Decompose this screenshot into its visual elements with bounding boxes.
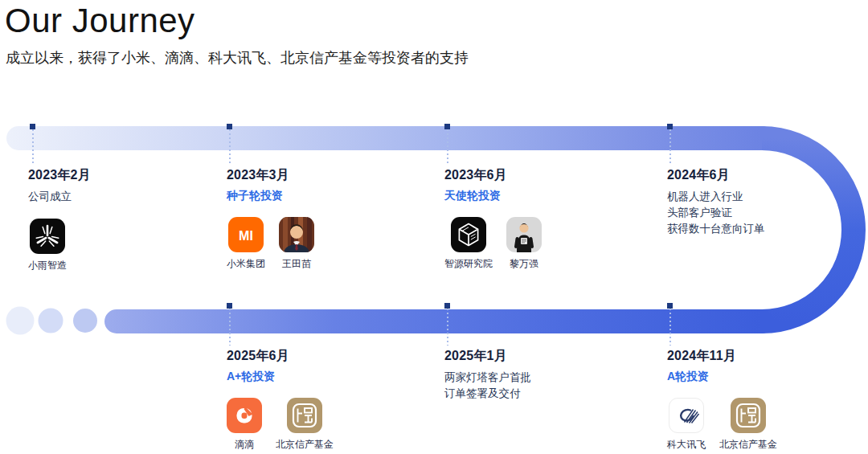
milestone-logos: MI 小米集团 [227,217,314,271]
investor-label: 科大讯飞 [667,438,706,452]
node-dotted-line [447,129,448,163]
investor-label: 滴滴 [235,438,254,452]
milestone-2023-02: 2023年2月 公司成立 [28,167,91,272]
investor-item: 小雨智造 [28,219,67,272]
investor-label: 北京信产基金 [719,438,777,452]
milestone-date: 2025年1月 [444,348,531,365]
timeline-node [227,124,232,163]
description-line: 两家灯塔客户首批 [444,370,531,386]
investor-item: 北京信产基金 [719,398,777,452]
investor-item: MI 小米集团 [227,217,265,271]
milestone-description: 机器人进入行业 头部客户验证 获得数十台意向订单 [667,189,765,237]
funding-round-label: A+轮投资 [227,370,334,384]
investor-label: 小米集团 [227,257,265,271]
milestone-2024-11: 2024年11月 A轮投资 科大讯飞 [667,348,777,452]
node-marker [227,124,232,129]
node-dotted-line [32,129,34,163]
timeline-node [667,303,673,346]
node-dotted-line [447,309,448,346]
investor-item: 科大讯飞 [667,398,706,452]
didi-logo [227,398,262,433]
investor-label: 小雨智造 [28,259,67,272]
investor-item: 王田苗 [279,217,314,271]
node-dotted-line [229,129,231,163]
investor-label: 王田苗 [282,257,311,271]
bjxc-fund-logo [287,398,322,433]
timeline-node [444,303,450,346]
investor-item: 滴滴 [227,398,262,452]
milestone-date: 2023年6月 [444,167,542,184]
funding-round-label: 天使轮投资 [444,189,542,203]
investor-label: 智源研究院 [444,257,493,271]
milestone-logos: 智源研究院 黎万强 [444,217,542,271]
node-dotted-line [229,309,231,346]
funding-round-label: 种子轮投资 [227,189,314,203]
investor-label: 黎万强 [510,257,538,271]
milestone-date: 2023年2月 [28,167,91,184]
li-wanqiang-avatar [506,217,542,252]
description-line: 获得数十台意向订单 [667,221,765,237]
milestone-2025-06: 2025年6月 A+轮投资 滴滴 [227,348,334,452]
bjxc-fund-logo [731,398,766,433]
funding-round-label: A轮投资 [667,370,777,384]
milestone-logos: 小雨智造 [28,219,91,272]
description-line: 头部客户验证 [667,205,765,221]
xiaoyu-logo [30,219,65,254]
fading-dots [6,307,98,335]
node-marker [444,124,450,129]
description-line: 机器人进入行业 [667,189,765,205]
milestone-2025-01: 2025年1月 两家灯塔客户首批 订单签署及交付 [444,348,531,402]
node-marker [227,303,232,309]
milestone-logos: 滴滴 北京信产基金 [227,398,334,452]
node-marker [444,303,450,309]
node-dotted-line [669,129,671,163]
milestone-2024-06: 2024年6月 机器人进入行业 头部客户验证 获得数十台意向订单 [667,167,765,237]
node-dotted-line [669,309,671,346]
milestone-description: 两家灯塔客户首批 订单签署及交付 [444,370,531,402]
milestone-2023-03: 2023年3月 种子轮投资 MI 小米集团 [227,167,314,271]
investor-item: 智源研究院 [444,217,493,271]
milestone-date: 2023年3月 [227,167,314,184]
milestone-logos: 科大讯飞 北京信产基金 [667,398,777,452]
investor-label: 北京信产基金 [276,438,334,452]
milestone-date: 2024年6月 [667,167,765,184]
zhiyuan-logo [451,217,486,252]
node-marker [30,124,35,129]
timeline-node [667,124,673,163]
milestone-date: 2025年6月 [227,348,334,365]
milestone-2023-06: 2023年6月 天使轮投资 智源研究院 [444,167,542,271]
timeline-node [444,124,450,163]
timeline-node [30,124,35,163]
timeline-node [227,303,232,346]
iflytek-logo [669,398,704,433]
investor-item: 黎万强 [506,217,542,271]
description-line: 订单签署及交付 [444,386,531,402]
node-marker [667,124,673,129]
node-marker [667,303,673,309]
investor-item: 北京信产基金 [276,398,334,452]
milestone-date: 2024年11月 [667,348,777,365]
wang-tianmiao-avatar [279,217,314,252]
svg-text:MI: MI [239,229,253,243]
xiaomi-logo: MI [228,217,264,252]
milestone-description: 公司成立 [28,189,91,205]
our-journey-slide: Our Journey 成立以来，获得了小米、滴滴、科大讯飞、北京信产基金等投资… [0,0,868,454]
